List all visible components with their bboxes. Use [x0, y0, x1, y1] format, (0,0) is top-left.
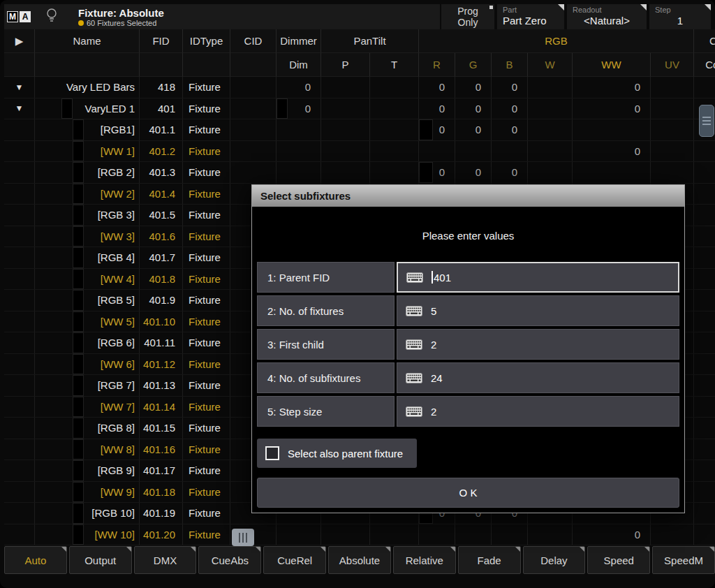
subcol-w[interactable]: W	[528, 53, 573, 77]
ok-button[interactable]: O K	[257, 478, 679, 508]
cell-name: [RGB 3]	[35, 205, 140, 226]
col-header-name[interactable]: Name	[35, 29, 140, 53]
field-input[interactable]: 5	[397, 295, 679, 326]
subcol-ww[interactable]: WW	[573, 53, 651, 77]
row-select-box[interactable]	[73, 311, 84, 332]
tab-dmx[interactable]: DMX	[134, 546, 197, 574]
cell-cid	[230, 141, 277, 162]
cell-w	[528, 524, 573, 545]
tab-relative[interactable]: Relative	[393, 546, 456, 574]
col-header-dimmer[interactable]: Dimmer	[277, 29, 321, 53]
rgb-marker	[419, 162, 433, 183]
dialog-title-bar[interactable]: Select subfixtures	[252, 185, 684, 207]
subcol-r[interactable]: R	[419, 53, 455, 77]
cell-dim	[277, 119, 321, 140]
field-input[interactable]: 2	[397, 396, 679, 427]
tab-cuerel[interactable]: CueRel	[263, 546, 326, 574]
cell-dim	[277, 141, 321, 162]
cell-fid: 401.18	[140, 482, 183, 503]
table-row[interactable]: [WW 1]401.2Fixture0	[4, 141, 715, 163]
select-parent-checkbox-row[interactable]: Select also parent fixture	[257, 439, 417, 468]
window-title-area[interactable]: M A Fixture: Absolute 60 Fixtures Select…	[4, 4, 440, 29]
expander-header-icon[interactable]: ▶	[4, 29, 35, 53]
cell-col	[694, 354, 715, 375]
cell-cid	[230, 119, 277, 140]
row-select-box[interactable]	[73, 503, 84, 524]
row-select-box[interactable]	[73, 397, 84, 418]
cell-exp: ▼	[4, 77, 35, 98]
field-input[interactable]: 2	[397, 329, 679, 360]
row-select-box[interactable]	[73, 375, 84, 396]
cell-g: 0	[455, 119, 492, 140]
col-header-pantilt[interactable]: PanTilt	[321, 29, 419, 53]
subcol-t[interactable]: T	[370, 53, 419, 77]
field-input[interactable]: 24	[397, 362, 679, 393]
row-select-box[interactable]	[73, 439, 84, 460]
tab-cueabs[interactable]: CueAbs	[198, 546, 261, 574]
subcol-uv[interactable]: UV	[651, 53, 694, 77]
col-header-idtype[interactable]: IDType	[183, 29, 230, 53]
table-row[interactable]: ▼Vary LED Bars418Fixture00000	[4, 77, 715, 98]
table-row[interactable]: [WW 10]401.20Fixture0	[4, 524, 715, 546]
subcol-g[interactable]: G	[455, 53, 492, 77]
row-select-box[interactable]	[73, 524, 84, 545]
tab-fade[interactable]: Fade	[458, 546, 521, 574]
row-select-box[interactable]	[73, 247, 84, 268]
dialog-fields: 1: Parent FID4012: No. of fixtures53: Fi…	[257, 262, 679, 427]
row-select-box[interactable]	[73, 332, 84, 353]
cell-name: [RGB 4]	[35, 247, 140, 268]
table-row[interactable]: ▼VaryLED 1401Fixture00000	[4, 98, 715, 120]
tab-delay[interactable]: Delay	[523, 546, 586, 574]
row-select-box[interactable]	[73, 290, 84, 311]
subcol-p[interactable]: P	[321, 53, 370, 77]
prog-only-button[interactable]: Prog Only	[441, 4, 494, 29]
cell-type: Fixture	[183, 375, 230, 396]
tab-absolute[interactable]: Absolute	[328, 546, 391, 574]
keyboard-icon[interactable]	[406, 373, 422, 383]
step-selector[interactable]: Step 1	[649, 4, 711, 29]
row-select-box[interactable]	[73, 119, 84, 140]
row-select-box[interactable]	[73, 354, 84, 375]
row-select-box[interactable]	[61, 98, 73, 119]
row-select-box[interactable]	[73, 141, 84, 162]
vertical-scroll-handle[interactable]	[699, 105, 714, 137]
row-select-box[interactable]	[73, 162, 84, 183]
tab-output[interactable]: Output	[69, 546, 132, 574]
col-header-cid[interactable]: CID	[230, 29, 277, 53]
subcol-dim[interactable]: Dim	[277, 53, 321, 77]
keyboard-icon[interactable]	[406, 272, 423, 283]
cell-exp	[4, 375, 35, 396]
tab-auto[interactable]: Auto	[4, 546, 67, 574]
subcol-b[interactable]: B	[492, 53, 528, 77]
cell-type: Fixture	[183, 311, 230, 332]
checkbox-icon[interactable]	[265, 446, 279, 460]
row-select-box[interactable]	[73, 184, 84, 205]
horizontal-scroll-handle[interactable]	[232, 529, 254, 546]
row-select-box[interactable]	[73, 482, 84, 503]
row-select-box[interactable]	[73, 460, 84, 481]
row-select-box[interactable]	[73, 226, 84, 247]
table-row[interactable]: [RGB1]401.1Fixture000	[4, 119, 715, 141]
cell-ww: 0	[573, 77, 651, 98]
row-select-box[interactable]	[73, 205, 84, 226]
part-selector[interactable]: Part Part Zero	[497, 4, 564, 29]
cell-col	[694, 247, 715, 268]
keyboard-icon[interactable]	[406, 306, 422, 316]
col-header-fid[interactable]: FID	[140, 29, 183, 53]
subcol-name	[35, 53, 140, 77]
field-value: 2	[431, 406, 436, 418]
keyboard-icon[interactable]	[406, 406, 422, 417]
row-select-box[interactable]	[73, 269, 84, 290]
col-header-rgb[interactable]: RGB	[419, 29, 694, 53]
row-select-box[interactable]	[73, 418, 84, 439]
readout-selector[interactable]: Readout <Natural>	[567, 4, 647, 29]
field-input[interactable]: 401	[397, 262, 679, 293]
tab-speed[interactable]: Speed	[587, 546, 650, 574]
col-header-c[interactable]: C	[694, 29, 715, 53]
subcol-col[interactable]: Col	[694, 53, 715, 77]
cell-name: [WW 1]	[35, 141, 140, 162]
table-row[interactable]: [RGB 2]401.3Fixture000	[4, 162, 715, 184]
prog-only-line1: Prog	[457, 6, 478, 17]
tab-speedm[interactable]: SpeedM	[652, 546, 715, 574]
keyboard-icon[interactable]	[406, 339, 422, 350]
